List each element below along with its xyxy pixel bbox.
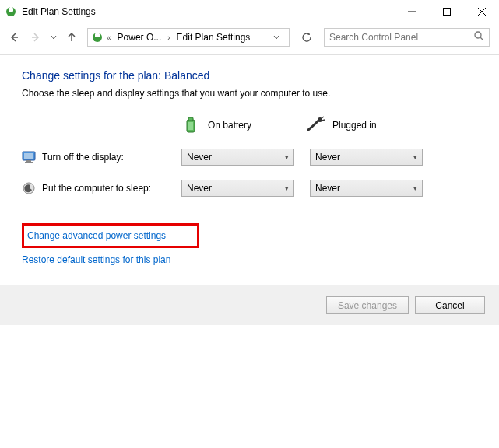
plug-icon	[306, 116, 325, 135]
plugged-label: Plugged in	[332, 120, 377, 131]
breadcrumb-chevron-left: «	[105, 33, 113, 42]
battery-label: On battery	[208, 120, 251, 131]
svg-rect-23	[25, 162, 33, 163]
svg-rect-1	[9, 8, 13, 12]
sleep-label: Put the computer to sleep:	[42, 183, 151, 194]
display-plugged-select[interactable]: Never ▾	[310, 149, 423, 166]
search-input[interactable]	[329, 32, 474, 43]
svg-line-13	[480, 37, 483, 40]
svg-rect-22	[26, 160, 31, 162]
svg-line-18	[322, 117, 324, 118]
chevron-down-icon: ▾	[413, 153, 417, 161]
refresh-button[interactable]	[297, 28, 316, 47]
up-button[interactable]	[62, 28, 81, 47]
setting-display-row: Turn off the display: Never ▾ Never ▾	[22, 149, 477, 166]
save-button[interactable]: Save changes	[326, 296, 409, 314]
sleep-plugged-select[interactable]: Never ▾	[310, 180, 423, 197]
battery-icon	[181, 116, 200, 135]
svg-rect-21	[24, 153, 33, 159]
svg-rect-15	[188, 117, 193, 121]
display-battery-select[interactable]: Never ▾	[181, 149, 294, 166]
footer: Save changes Cancel	[0, 285, 499, 325]
chevron-down-icon: ▾	[413, 184, 417, 192]
minimize-button[interactable]	[394, 0, 429, 23]
display-label: Turn off the display:	[42, 152, 124, 163]
titlebar: Edit Plan Settings	[0, 0, 499, 23]
chevron-right-icon: ›	[166, 33, 171, 42]
app-icon	[5, 5, 17, 18]
forward-button[interactable]	[26, 28, 45, 47]
chevron-down-icon: ▾	[285, 184, 289, 192]
sleep-icon	[22, 181, 36, 195]
svg-rect-4	[443, 9, 450, 16]
content-area: Change settings for the plan: Balanced C…	[0, 55, 499, 284]
maximize-button[interactable]	[429, 0, 464, 23]
search-box[interactable]	[324, 28, 490, 47]
svg-rect-11	[95, 33, 100, 37]
search-icon	[474, 31, 484, 44]
breadcrumb-segment-1[interactable]: Power O...	[114, 32, 165, 43]
back-button[interactable]	[5, 28, 23, 47]
breadcrumb-segment-2[interactable]: Edit Plan Settings	[174, 32, 254, 43]
sleep-battery-select[interactable]: Never ▾	[181, 180, 294, 197]
svg-point-12	[475, 32, 481, 38]
close-button[interactable]	[464, 0, 499, 23]
display-icon	[22, 150, 36, 164]
navbar: « Power O... › Edit Plan Settings	[0, 23, 499, 51]
breadcrumb-icon	[91, 31, 104, 44]
cancel-button[interactable]: Cancel	[415, 296, 485, 314]
svg-line-19	[322, 120, 325, 121]
restore-defaults-link[interactable]: Restore default settings for this plan	[22, 254, 170, 265]
window-title: Edit Plan Settings	[22, 6, 394, 17]
svg-rect-2	[10, 7, 12, 9]
recent-dropdown[interactable]	[48, 28, 59, 47]
advanced-settings-link[interactable]: Change advanced power settings	[27, 230, 166, 241]
page-heading: Change settings for the plan: Balanced	[22, 69, 477, 82]
svg-rect-16	[188, 122, 193, 130]
setting-sleep-row: Put the computer to sleep: Never ▾ Never…	[22, 180, 477, 197]
breadcrumb-dropdown[interactable]	[267, 34, 286, 40]
chevron-down-icon: ▾	[285, 153, 289, 161]
page-subtext: Choose the sleep and display settings th…	[22, 88, 477, 99]
highlight-box: Change advanced power settings	[22, 223, 199, 248]
breadcrumb[interactable]: « Power O... › Edit Plan Settings	[87, 28, 290, 47]
